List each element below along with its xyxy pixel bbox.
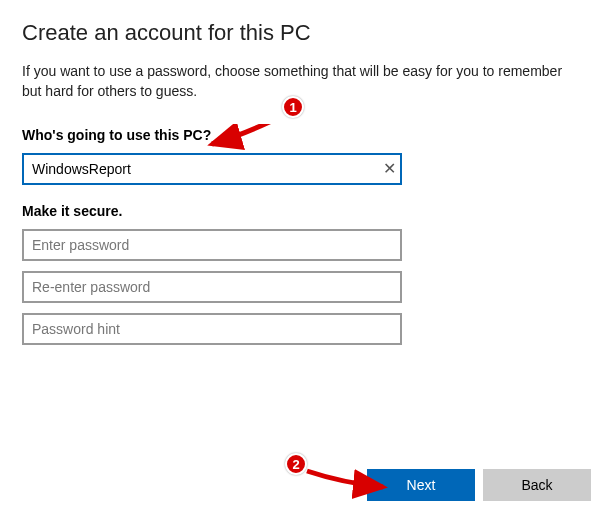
annotation-2-label: 2 — [292, 457, 299, 472]
back-button[interactable]: Back — [483, 469, 591, 501]
password-confirm-input[interactable] — [22, 271, 402, 303]
password-field-wrap — [22, 229, 402, 261]
page-description: If you want to use a password, choose so… — [22, 62, 582, 101]
annotation-1-label: 1 — [289, 100, 296, 115]
secure-section-label: Make it secure. — [22, 203, 591, 219]
password-input[interactable] — [22, 229, 402, 261]
next-button[interactable]: Next — [367, 469, 475, 501]
username-input[interactable] — [22, 153, 402, 185]
password-hint-field-wrap — [22, 313, 402, 345]
username-section-label: Who's going to use this PC? — [22, 127, 591, 143]
button-bar: Next Back — [367, 469, 591, 501]
password-hint-input[interactable] — [22, 313, 402, 345]
page-title: Create an account for this PC — [22, 20, 591, 46]
username-field-wrap: ✕ — [22, 153, 402, 185]
password-confirm-field-wrap — [22, 271, 402, 303]
clear-icon[interactable]: ✕ — [383, 161, 396, 177]
